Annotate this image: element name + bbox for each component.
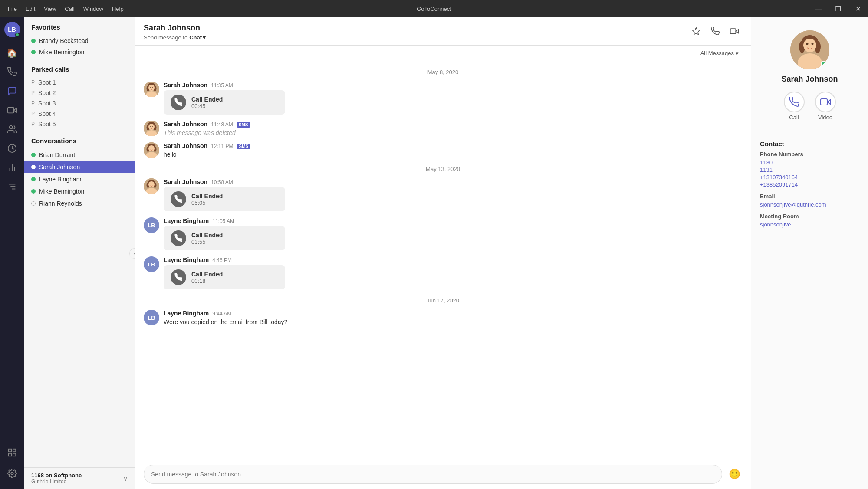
phone-number-4[interactable]: +13852091714 — [760, 181, 859, 188]
online-indicator — [31, 165, 36, 169]
filter-bar: All Messages ▾ — [135, 46, 751, 61]
online-indicator — [31, 153, 36, 157]
message-time: 10:58 AM — [211, 179, 233, 185]
message-text: This message was deleted — [164, 129, 742, 136]
menu-help[interactable]: Help — [108, 0, 128, 17]
menu-view[interactable]: View — [39, 0, 60, 17]
message-header: Layne Bingham11:05 AM — [164, 217, 742, 224]
parked-spot-2[interactable]: P Spot 2 — [24, 88, 135, 98]
svg-point-64 — [803, 39, 816, 52]
contact-details: Contact Phone Numbers 1130 1131 +1310734… — [751, 131, 868, 229]
channel-selector[interactable]: Chat ▾ — [189, 34, 206, 41]
nav-chat[interactable] — [3, 82, 21, 100]
collapse-panel-button[interactable]: ‹ — [129, 248, 135, 259]
nav-analytics[interactable] — [3, 159, 21, 176]
call-ended-icon — [171, 191, 186, 207]
sender-avatar-initials: LB — [144, 256, 159, 272]
nav-video[interactable] — [3, 102, 21, 119]
menu-file[interactable]: File — [3, 0, 21, 17]
conv-item-brian[interactable]: Brian Durrant — [24, 149, 135, 161]
contact-video-button[interactable]: Video — [815, 92, 836, 121]
nav-phone[interactable] — [3, 63, 21, 81]
nav-settings-advanced[interactable] — [3, 178, 21, 195]
sender-avatar — [144, 142, 159, 158]
message-input-bar: 🙂 — [135, 459, 751, 489]
channel-chevron-icon: ▾ — [203, 34, 206, 41]
send-to-bar: Send message to Chat ▾ — [144, 34, 206, 41]
favorite-item-brandy[interactable]: Brandy Beckstead — [24, 35, 135, 46]
chat-header-left: Sarah Johnson Send message to Chat ▾ — [144, 23, 206, 41]
menu-edit[interactable]: Edit — [21, 0, 39, 17]
send-to-label: Send message to — [144, 34, 187, 41]
call-info: Call Ended00:45 — [191, 96, 223, 109]
message-header: Sarah Johnson11:48 AMSMS — [164, 121, 742, 128]
online-indicator — [31, 177, 36, 181]
parked-spot-name: Spot 4 — [38, 110, 56, 117]
phone-number-2[interactable]: 1131 — [760, 167, 859, 173]
phone-header-button[interactable] — [707, 23, 723, 39]
svg-point-44 — [150, 148, 151, 148]
phone-number-3[interactable]: +13107340164 — [760, 174, 859, 181]
filter-chevron-icon: ▾ — [736, 50, 739, 56]
video-header-button[interactable] — [727, 23, 742, 39]
titlebar: File Edit View Call Window Help GoToConn… — [0, 0, 868, 17]
conv-name: Sarah Johnson — [39, 164, 80, 171]
svg-point-45 — [152, 148, 153, 148]
conv-item-sarah[interactable]: Sarah Johnson — [24, 161, 135, 173]
message-text: hello — [164, 151, 742, 158]
parked-spot-3[interactable]: P Spot 3 — [24, 98, 135, 108]
close-button[interactable]: ✕ — [848, 0, 868, 17]
nav-settings[interactable] — [3, 465, 21, 482]
message-sender: Layne Bingham — [164, 217, 209, 224]
date-divider: Jun 17, 2020 — [144, 297, 742, 304]
menu-call[interactable]: Call — [60, 0, 79, 17]
message-header: Sarah Johnson12:11 PMSMS — [164, 142, 742, 149]
contact-call-button[interactable]: Call — [784, 92, 805, 121]
contact-panel: Sarah Johnson Call Video Contact Phone N… — [751, 17, 868, 489]
account-bar[interactable]: 1168 on Softphone Guthrie Limited ∨ — [24, 467, 135, 489]
phone-number-1[interactable]: 1130 — [760, 159, 859, 166]
message-sender: Layne Bingham — [164, 310, 209, 317]
menu-window[interactable]: Window — [79, 0, 108, 17]
minimize-button[interactable]: — — [808, 0, 828, 17]
conv-item-mike[interactable]: Mike Bennington — [24, 185, 135, 197]
nav-home[interactable]: 🏠 — [3, 44, 21, 62]
call-ended-label: Call Ended — [191, 271, 223, 278]
nav-apps[interactable] — [3, 444, 21, 461]
nav-history[interactable] — [3, 140, 21, 157]
email-value[interactable]: sjohnsonjive@quthrie.com — [760, 201, 859, 208]
conv-item-riann[interactable]: Riann Reynolds — [24, 197, 135, 210]
message-sender: Layne Bingham — [164, 256, 209, 263]
nav-team[interactable] — [3, 121, 21, 138]
parked-spot-5[interactable]: P Spot 5 — [24, 119, 135, 129]
message-input[interactable] — [144, 465, 722, 484]
parking-icon: P — [31, 79, 35, 85]
conv-name: Layne Bingham — [39, 176, 81, 183]
conversations-title: Conversations — [24, 131, 135, 147]
parked-spot-4[interactable]: P Spot 4 — [24, 108, 135, 119]
filter-messages-button[interactable]: All Messages ▾ — [697, 48, 742, 58]
parked-spot-name: Spot 1 — [38, 79, 56, 86]
conv-item-layne[interactable]: Layne Bingham — [24, 173, 135, 185]
favorite-item-mike[interactable]: Mike Bennington — [24, 46, 135, 58]
star-button[interactable] — [688, 23, 704, 39]
message-time: 11:48 AM — [211, 121, 233, 128]
phone-numbers-label: Phone Numbers — [760, 151, 859, 158]
message-group: LBLayne Bingham4:46 PM Call Ended00:18 — [144, 256, 742, 289]
user-avatar-button[interactable]: LB — [4, 22, 20, 37]
call-duration: 03:55 — [191, 239, 223, 245]
account-chevron-icon: ∨ — [123, 475, 128, 482]
emoji-button[interactable]: 🙂 — [727, 466, 742, 482]
message-time: 4:46 PM — [212, 257, 232, 263]
messages-area[interactable]: May 8, 2020 Sarah Johnson11:35 AM Call E… — [135, 61, 751, 459]
message-group: LBLayne Bingham9:44 AMWere you copied on… — [144, 310, 742, 325]
channel-label: Chat — [189, 34, 202, 41]
date-divider: May 8, 2020 — [144, 69, 742, 75]
call-duration: 00:18 — [191, 278, 223, 284]
maximize-button[interactable]: ❐ — [828, 0, 848, 17]
call-info: Call Ended03:55 — [191, 232, 223, 245]
parked-spot-1[interactable]: P Spot 1 — [24, 77, 135, 88]
meeting-room-value[interactable]: sjohnsonjive — [760, 221, 859, 228]
online-indicator — [31, 189, 36, 194]
svg-rect-68 — [821, 99, 827, 105]
